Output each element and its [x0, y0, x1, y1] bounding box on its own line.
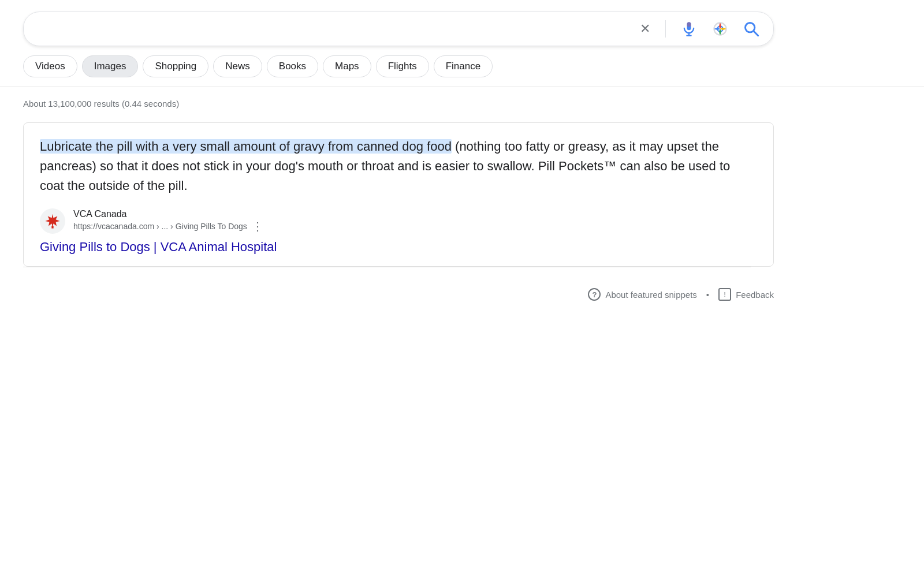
- google-lens-button[interactable]: [710, 18, 731, 39]
- search-bar: how can I feed my dog a pill ✕: [23, 12, 774, 46]
- microphone-button[interactable]: [679, 18, 699, 39]
- featured-snippet: Lubricate the pill with a very small amo…: [23, 122, 774, 267]
- tab-books[interactable]: Books: [267, 55, 318, 77]
- more-options-icon[interactable]: ⋮: [252, 219, 263, 233]
- feedback-icon: !: [718, 288, 731, 301]
- icon-divider: [665, 20, 666, 38]
- search-input[interactable]: how can I feed my dog a pill: [35, 21, 638, 36]
- svg-line-7: [754, 31, 758, 36]
- tab-shopping[interactable]: Shopping: [143, 55, 208, 77]
- source-container: VCA Canada https://vcacanada.com › ... ›…: [40, 208, 757, 234]
- source-favicon: [40, 208, 65, 234]
- snippet-text: Lubricate the pill with a very small amo…: [40, 137, 757, 196]
- snippet-footer: ? About featured snippets • ! Feedback: [23, 279, 774, 305]
- clear-icon: ✕: [640, 21, 650, 36]
- search-icons: ✕: [638, 18, 762, 39]
- footer-divider: [23, 267, 751, 267]
- result-link[interactable]: Giving Pills to Dogs | VCA Animal Hospit…: [40, 240, 757, 255]
- tab-maps[interactable]: Maps: [323, 55, 371, 77]
- maple-leaf-icon: [44, 213, 61, 229]
- feedback-label: Feedback: [736, 290, 774, 300]
- svg-rect-3: [687, 22, 691, 27]
- mic-icon: [681, 21, 697, 37]
- header: how can I feed my dog a pill ✕: [0, 0, 924, 46]
- source-name: VCA Canada: [73, 209, 757, 219]
- tab-videos[interactable]: Videos: [23, 55, 77, 77]
- tab-news[interactable]: News: [213, 55, 262, 77]
- footer-separator: •: [706, 290, 709, 300]
- about-snippets[interactable]: ? About featured snippets: [588, 288, 696, 301]
- search-icon: [743, 21, 759, 37]
- snippet-highlighted-text: Lubricate the pill with a very small amo…: [40, 139, 452, 154]
- tab-finance[interactable]: Finance: [434, 55, 493, 77]
- tab-flights[interactable]: Flights: [376, 55, 429, 77]
- search-button[interactable]: [741, 18, 762, 39]
- svg-rect-8: [51, 226, 53, 229]
- question-icon: ?: [588, 288, 601, 301]
- source-info: VCA Canada https://vcacanada.com › ... ›…: [73, 209, 757, 233]
- nav-tabs: Videos Images Shopping News Books Maps F…: [0, 46, 924, 77]
- about-snippets-label: About featured snippets: [605, 290, 696, 300]
- tab-images[interactable]: Images: [82, 55, 139, 77]
- lens-icon: [712, 21, 728, 37]
- results-count: About 13,100,000 results (0.44 seconds): [0, 87, 924, 109]
- clear-button[interactable]: ✕: [638, 19, 653, 39]
- source-url: https://vcacanada.com › ... › Giving Pil…: [73, 219, 757, 233]
- feedback-button[interactable]: ! Feedback: [718, 288, 774, 301]
